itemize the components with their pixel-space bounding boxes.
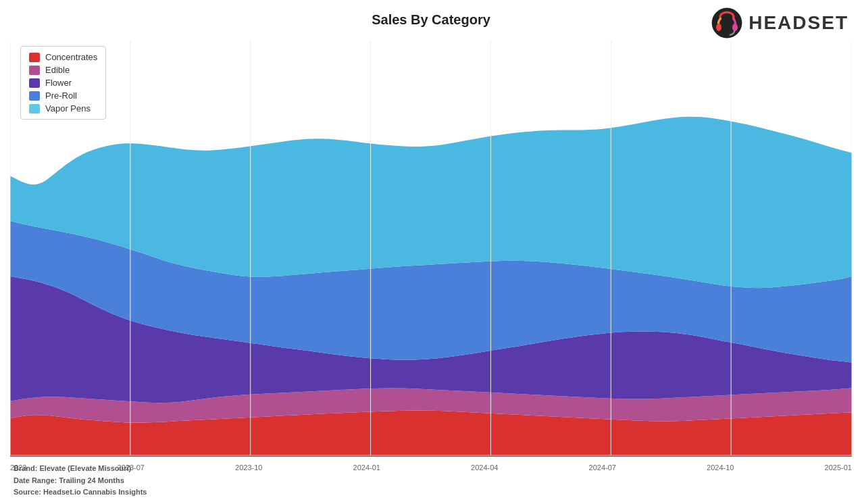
preroll-swatch [29, 91, 40, 101]
legend-item-concentrates: Concentrates [29, 52, 97, 62]
date-label: Date Range: [14, 476, 57, 484]
chart-title: Sales By Category [0, 12, 862, 28]
concentrates-swatch [29, 53, 40, 62]
preroll-label: Pre-Roll [45, 91, 77, 101]
legend-item-vapor: Vapor Pens [29, 103, 97, 114]
date-value: Trailing 24 Months [59, 476, 124, 484]
edible-swatch [29, 66, 40, 75]
flower-swatch [29, 78, 40, 88]
vapor-label: Vapor Pens [45, 103, 91, 114]
legend-item-flower: Flower [29, 78, 97, 88]
brand-label: Brand: [14, 464, 37, 472]
chart-svg [10, 41, 852, 457]
legend-item-edible: Edible [29, 65, 97, 75]
x-label-4: 2024-04 [471, 463, 498, 472]
footer: Brand: Elevate (Elevate Missouri) Date R… [14, 463, 147, 499]
x-label-3: 2024-01 [353, 463, 380, 472]
x-label-2: 2023-10 [235, 463, 262, 472]
legend: Concentrates Edible Flower Pre-Roll Vapo… [20, 46, 106, 120]
flower-label: Flower [45, 78, 72, 88]
source-value: Headset.io Cannabis Insights [43, 488, 147, 496]
vapor-swatch [29, 104, 40, 114]
x-label-5: 2024-07 [589, 463, 616, 472]
brand-value: Elevate (Elevate Missouri) [40, 464, 132, 472]
page: HEADSET Sales By Category Concentrates E… [0, 0, 862, 504]
x-label-6: 2024-10 [707, 463, 734, 472]
source-line: Source: Headset.io Cannabis Insights [14, 486, 147, 499]
edible-label: Edible [45, 65, 70, 75]
source-label: Source: [14, 488, 41, 496]
concentrates-label: Concentrates [45, 52, 97, 62]
date-line: Date Range: Trailing 24 Months [14, 475, 147, 487]
brand-line: Brand: Elevate (Elevate Missouri) [14, 463, 147, 475]
chart-area [10, 41, 852, 457]
legend-item-preroll: Pre-Roll [29, 91, 97, 101]
x-label-7: 2025-01 [825, 463, 852, 472]
